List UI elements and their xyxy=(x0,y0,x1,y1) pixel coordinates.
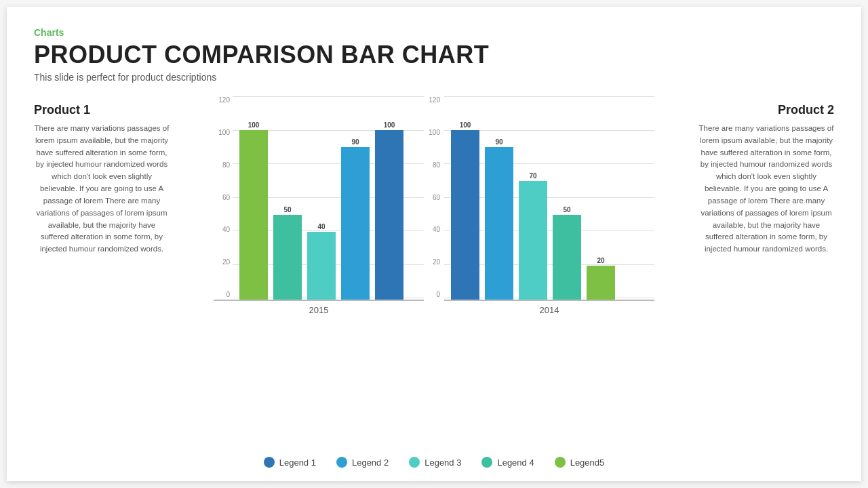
charts-row: 0 20 40 60 80 100 120 xyxy=(170,96,698,445)
chart1-wrapper: 0 20 40 60 80 100 120 xyxy=(214,96,424,445)
y-label: 80 xyxy=(424,161,443,169)
y-label: 0 xyxy=(214,291,233,298)
legend-item-4: Legend 4 xyxy=(481,457,534,468)
bar-group: 50 xyxy=(553,206,581,300)
bar-group: 90 xyxy=(485,138,513,300)
chart1-y-axis: 0 20 40 60 80 100 120 xyxy=(214,96,233,300)
chart2-y-axis: 0 20 40 60 80 100 120 xyxy=(424,96,443,300)
y-label: 20 xyxy=(424,258,443,266)
chart2-inner: 100 90 70 xyxy=(444,96,654,300)
bar xyxy=(239,130,268,300)
bar xyxy=(485,147,513,300)
legend-label-3: Legend 3 xyxy=(425,458,461,468)
bar-group: 100 xyxy=(239,121,268,300)
header-section: Charts PRODUCT COMPARISON BAR CHART This… xyxy=(34,27,834,89)
bar xyxy=(587,266,615,300)
bar xyxy=(273,215,302,300)
y-label: 100 xyxy=(214,129,233,136)
bar xyxy=(341,147,370,300)
chart2-year: 2014 xyxy=(540,305,559,315)
bar-group: 70 xyxy=(519,172,547,300)
y-label: 0 xyxy=(424,291,443,298)
bar-group: 20 xyxy=(587,257,615,300)
bar-value: 40 xyxy=(317,223,325,230)
bar-value: 100 xyxy=(460,121,471,129)
legend-item-1: Legend 1 xyxy=(264,457,316,468)
product2-desc: There are many variations passages of lo… xyxy=(698,123,834,256)
charts-label: Charts xyxy=(34,27,834,38)
y-label: 60 xyxy=(214,194,233,201)
bar-value: 90 xyxy=(495,138,502,146)
product2-section: Product 2 There are many variations pass… xyxy=(698,96,834,468)
chart2-baseline xyxy=(444,300,654,301)
bar-value: 20 xyxy=(597,257,604,264)
chart2-wrapper: 100 90 70 xyxy=(444,96,654,445)
bar-group: 50 xyxy=(273,206,302,300)
content-area: Product 1 There are many variations pass… xyxy=(34,96,834,468)
y-label: 40 xyxy=(424,226,443,233)
bar xyxy=(553,215,581,300)
legend-item-3: Legend 3 xyxy=(409,457,461,468)
y-label: 20 xyxy=(214,258,233,266)
chart1-year: 2015 xyxy=(309,305,329,315)
bar xyxy=(451,130,479,300)
chart1-inner: 100 50 40 xyxy=(233,96,424,300)
bar-value: 50 xyxy=(563,206,570,214)
chart2-area: 100 90 70 xyxy=(444,96,654,300)
bar-group: 100 xyxy=(375,121,403,300)
bar xyxy=(375,130,403,300)
legend-label-1: Legend 1 xyxy=(279,458,316,468)
bar-group: 90 xyxy=(341,138,370,300)
legend-label-4: Legend 4 xyxy=(497,458,534,468)
y-label: 60 xyxy=(424,194,443,201)
legend-dot-2 xyxy=(336,457,347,468)
main-title: PRODUCT COMPARISON BAR CHART xyxy=(34,41,834,69)
legend-row: Legend 1 Legend 2 Legend 3 Legend 4 Lege… xyxy=(264,451,605,468)
product1-desc: There are many variations passages of lo… xyxy=(34,123,170,256)
y-label: 40 xyxy=(214,226,233,233)
slide: Charts PRODUCT COMPARISON BAR CHART This… xyxy=(7,7,861,481)
subtitle: This slide is perfect for product descri… xyxy=(34,72,834,83)
bar-group: 100 xyxy=(451,121,479,300)
chart1-area: 0 20 40 60 80 100 120 xyxy=(214,96,424,300)
legend-item-2: Legend 2 xyxy=(336,457,389,468)
bar-group: 40 xyxy=(307,223,336,300)
product1-section: Product 1 There are many variations pass… xyxy=(34,96,170,468)
legend-dot-5 xyxy=(555,457,566,468)
product1-title: Product 1 xyxy=(34,103,170,117)
y-label: 100 xyxy=(424,129,443,136)
bar-value: 100 xyxy=(384,121,395,129)
chart2-bars: 100 90 70 xyxy=(444,96,654,300)
bar xyxy=(519,181,547,300)
legend-dot-4 xyxy=(481,457,492,468)
bar-value: 50 xyxy=(283,206,291,214)
chart2-y-axis-container: 0 20 40 60 80 100 120 xyxy=(424,96,444,445)
bar-value: 100 xyxy=(248,121,260,129)
y-label: 80 xyxy=(214,161,233,169)
bar-value: 70 xyxy=(529,172,536,180)
chart1-baseline xyxy=(214,300,424,301)
y-label: 120 xyxy=(214,96,233,104)
legend-label-5: Legend5 xyxy=(570,458,605,468)
legend-dot-1 xyxy=(264,457,275,468)
chart1-bars: 100 50 40 xyxy=(233,96,424,300)
y-label: 120 xyxy=(424,96,443,104)
product2-title: Product 2 xyxy=(698,103,834,117)
legend-label-2: Legend 2 xyxy=(352,458,389,468)
bar-value: 90 xyxy=(351,138,359,146)
legend-item-5: Legend5 xyxy=(555,457,605,468)
bar xyxy=(307,232,336,300)
legend-dot-3 xyxy=(409,457,420,468)
charts-container: 0 20 40 60 80 100 120 xyxy=(170,96,698,468)
